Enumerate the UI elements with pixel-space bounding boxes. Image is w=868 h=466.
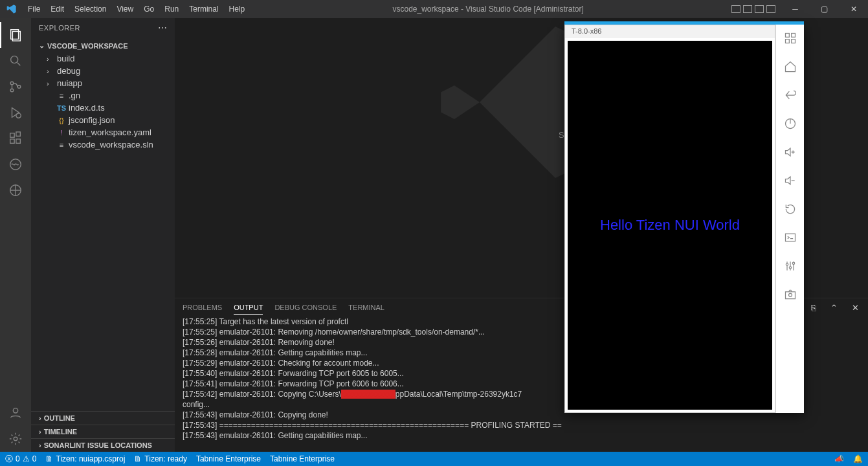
- menu-run[interactable]: Run: [159, 5, 184, 14]
- menu-help[interactable]: Help: [224, 5, 250, 14]
- menu-view[interactable]: View: [111, 5, 139, 14]
- hello-label: Hello Tizen NUI World: [600, 217, 740, 234]
- source-control-icon[interactable]: [0, 74, 31, 100]
- status-bar: ⓧ0⚠0 🗎Tizen: nuiapp.csproj 🗎Tizen: ready…: [0, 452, 868, 466]
- emu-apps-icon[interactable]: [782, 30, 799, 47]
- emu-shell-icon[interactable]: [782, 229, 799, 246]
- menu-file[interactable]: File: [23, 5, 45, 14]
- panel-bottom-icon[interactable]: [743, 5, 752, 13]
- tizen-icon[interactable]: [0, 177, 31, 203]
- menu-selection[interactable]: Selection: [69, 5, 111, 14]
- close-panel-icon[interactable]: ✕: [851, 303, 860, 313]
- extensions-icon[interactable]: [0, 126, 31, 151]
- emu-screenshot-icon[interactable]: [782, 286, 799, 303]
- emu-back-icon[interactable]: [782, 87, 799, 104]
- tab-debug-console[interactable]: DEBUG CONSOLE: [274, 301, 337, 314]
- tree-item-gn[interactable]: ≡.gn: [31, 89, 175, 102]
- emu-rotate-icon[interactable]: [782, 201, 799, 217]
- warning-icon: ⚠: [23, 454, 30, 463]
- file-icon: 🗎: [134, 454, 142, 463]
- emulator-accent: [564, 21, 804, 25]
- menu-edit[interactable]: Edit: [45, 5, 69, 14]
- maximize-button[interactable]: ▢: [810, 0, 839, 18]
- svg-rect-26: [785, 234, 795, 241]
- svg-point-31: [789, 267, 791, 269]
- run-debug-icon[interactable]: [0, 100, 31, 126]
- explorer-title: EXPLORER: [39, 24, 80, 32]
- svg-rect-20: [791, 39, 795, 43]
- svg-rect-18: [791, 34, 795, 38]
- status-tabnine-2[interactable]: Tabnine Enterprise: [270, 454, 335, 463]
- emu-settings-icon[interactable]: [782, 258, 799, 274]
- chevron-right-icon: ›: [39, 441, 41, 449]
- tree-item-yaml[interactable]: !tizen_workspace.yaml: [31, 126, 175, 139]
- svg-point-2: [11, 56, 18, 63]
- status-feedback-icon[interactable]: 📣: [834, 454, 844, 463]
- vscode-logo-icon: [0, 4, 23, 14]
- status-tabnine-1[interactable]: Tabnine Enterprise: [196, 454, 261, 463]
- search-icon[interactable]: [0, 48, 31, 74]
- svg-point-32: [792, 262, 794, 264]
- outline-section[interactable]: ›OUTLINE: [31, 411, 175, 425]
- tree-item-debug[interactable]: ›debug: [31, 65, 175, 77]
- svg-point-30: [786, 263, 788, 265]
- json-file-icon: {}: [57, 116, 66, 124]
- emulator-sidebar: [775, 25, 804, 413]
- file-icon: ≡: [57, 92, 66, 100]
- layout-customize-icon[interactable]: [766, 5, 775, 13]
- tree-item-build[interactable]: ›build: [31, 52, 175, 65]
- emu-home-icon[interactable]: [782, 58, 799, 75]
- emu-volume-down-icon[interactable]: [782, 172, 799, 189]
- redacted-text: xxxxxxxxxxxxxx: [341, 390, 395, 399]
- svg-line-3: [17, 63, 21, 66]
- chevron-right-icon: ›: [47, 80, 54, 87]
- status-tizen-ready[interactable]: 🗎Tizen: ready: [134, 454, 187, 463]
- emu-power-icon[interactable]: [782, 115, 799, 132]
- tree-item-nuiapp[interactable]: ›nuiapp: [31, 77, 175, 89]
- chevron-right-icon: ›: [39, 414, 41, 422]
- folder-root[interactable]: ⌄VSCODE_WORKSPACE: [31, 39, 175, 52]
- status-errors[interactable]: ⓧ0⚠0: [5, 454, 36, 465]
- tab-terminal[interactable]: TERMINAL: [348, 301, 384, 314]
- emulator-screen[interactable]: Hello Tizen NUI World: [568, 41, 772, 410]
- sonarlint-icon[interactable]: [0, 151, 31, 177]
- svg-marker-7: [12, 108, 19, 118]
- yaml-file-icon: !: [57, 129, 66, 137]
- explorer-sidebar: EXPLORER ⋯ ⌄VSCODE_WORKSPACE ›build ›deb…: [31, 18, 175, 452]
- minimize-button[interactable]: ─: [781, 0, 810, 18]
- timeline-section[interactable]: ›TIMELINE: [31, 425, 175, 438]
- ts-file-icon: TS: [57, 104, 66, 112]
- svg-rect-9: [10, 133, 14, 137]
- tab-problems[interactable]: PROBLEMS: [183, 301, 222, 314]
- menu-terminal[interactable]: Terminal: [184, 5, 223, 14]
- svg-rect-33: [785, 292, 795, 299]
- svg-point-34: [788, 293, 792, 296]
- status-bell-icon[interactable]: 🔔: [853, 454, 863, 463]
- explorer-more-icon[interactable]: ⋯: [158, 23, 168, 33]
- activity-bar: [0, 18, 31, 452]
- clear-output-icon[interactable]: ⎘: [810, 303, 818, 313]
- menu-go[interactable]: Go: [139, 5, 159, 14]
- tree-item-sln[interactable]: ≡vscode_workspace.sln: [31, 139, 175, 151]
- panel-right-icon[interactable]: [755, 5, 764, 13]
- sonarlint-section[interactable]: ›SONARLINT ISSUE LOCATIONS: [31, 438, 175, 452]
- chevron-right-icon: ›: [39, 428, 41, 436]
- svg-rect-12: [16, 132, 20, 136]
- panel-left-icon[interactable]: [731, 5, 740, 13]
- chevron-right-icon: ›: [47, 67, 54, 75]
- tree-item-indexdts[interactable]: TSindex.d.ts: [31, 102, 175, 114]
- settings-gear-icon[interactable]: [0, 426, 31, 452]
- status-tizen-project[interactable]: 🗎Tizen: nuiapp.csproj: [45, 454, 125, 463]
- close-button[interactable]: ✕: [839, 0, 868, 18]
- chevron-right-icon: ›: [47, 55, 54, 63]
- chevron-down-icon: ⌄: [39, 41, 45, 50]
- tab-output[interactable]: OUTPUT: [234, 301, 263, 315]
- accounts-icon[interactable]: [0, 400, 31, 426]
- layout-icons[interactable]: [726, 5, 781, 13]
- tree-item-jsconfig[interactable]: {}jsconfig.json: [31, 114, 175, 126]
- explorer-icon[interactable]: [0, 22, 31, 48]
- svg-rect-11: [16, 139, 20, 143]
- chevron-up-icon[interactable]: ⌃: [829, 303, 839, 313]
- emu-volume-up-icon[interactable]: [782, 144, 799, 161]
- emulator-window[interactable]: T-8.0-x86 Hello Tizen NUI World: [564, 25, 804, 413]
